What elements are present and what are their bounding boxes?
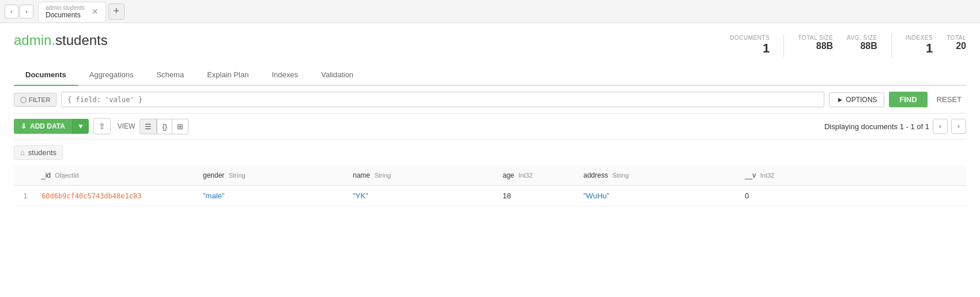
field-name-address: address [583, 171, 608, 179]
avg-size-label: AVG. SIZE [847, 35, 877, 41]
total-size-value: 88B [798, 41, 833, 51]
row-num-header [14, 169, 37, 182]
add-data-main-button[interactable]: ⇓ ADD DATA [14, 119, 72, 134]
nav-tabs: Documents Aggregations Schema Explain Pl… [14, 65, 966, 86]
nav-forward-button[interactable]: › [20, 5, 33, 18]
cell-age-1[interactable]: 18 [498, 187, 579, 205]
total-size-stat: TOTAL SIZE 88B [798, 35, 833, 51]
cell-gender-1[interactable]: "male" [198, 187, 348, 205]
display-text: Displaying documents 1 - 1 of 1 [824, 122, 929, 131]
display-info: Displaying documents 1 - 1 of 1 ‹ › [824, 119, 966, 134]
field-name-age: age [503, 171, 514, 179]
view-table-button[interactable]: ⊞ [172, 119, 189, 134]
tab-documents[interactable]: Documents [14, 65, 78, 86]
collection-tag: ⌂ students [14, 145, 63, 160]
value-gender-1: "male" [203, 191, 224, 200]
json-icon: {} [162, 122, 167, 131]
filter-label: FILTER [29, 96, 50, 103]
field-header-id: _id ObjectId [37, 169, 198, 182]
stat-divider-2 [891, 35, 892, 58]
page-prev-button[interactable]: ‹ [933, 119, 948, 134]
field-type-name: String [374, 172, 391, 179]
field-type-address: String [612, 172, 629, 179]
view-json-button[interactable]: {} [157, 119, 172, 134]
field-name-id: _id [42, 171, 51, 179]
tab-aggregations[interactable]: Aggregations [78, 65, 145, 86]
filter-input-wrapper[interactable] [61, 92, 824, 107]
avg-size-stat: AVG. SIZE 88B [847, 35, 877, 51]
toolbar: ⇓ ADD DATA ▼ ⇧ VIEW ☰ {} ⊞ Displaying do… [14, 114, 966, 140]
filter-icon: ◯ [20, 96, 27, 103]
stat-divider-1 [783, 35, 784, 58]
fields-header: _id ObjectId gender String name String a… [14, 166, 966, 186]
view-list-button[interactable]: ☰ [140, 119, 157, 134]
indexes-label: INDEXES [906, 35, 933, 41]
view-label: VIEW [118, 122, 135, 130]
tab-validation[interactable]: Validation [310, 65, 365, 86]
row-number-1: 1 [14, 187, 37, 205]
add-tab-button[interactable]: + [108, 3, 125, 20]
top-tab-bar: ‹ › admin.students Documents ✕ + [0, 0, 980, 23]
list-icon: ☰ [145, 122, 152, 131]
options-label: OPTIONS [846, 96, 877, 104]
field-type-id: ObjectId [55, 172, 78, 179]
reset-button[interactable]: RESET [932, 92, 966, 107]
field-type-v: Int32 [760, 172, 774, 179]
field-header-gender: gender String [198, 169, 348, 182]
collection-title: admin.students [14, 32, 108, 48]
add-data-download-icon: ⇓ [21, 122, 27, 130]
cell-name-1[interactable]: "YK" [348, 187, 498, 205]
documents-value: 1 [730, 41, 770, 56]
collection-header: admin.students DOCUMENTS 1 TOTAL SIZE 88… [14, 32, 966, 58]
indexes-stat: INDEXES 1 [906, 35, 933, 56]
tab-schema[interactable]: Schema [145, 65, 195, 86]
table-icon: ⊞ [177, 122, 183, 131]
main-content: admin.students DOCUMENTS 1 TOTAL SIZE 88… [0, 23, 980, 206]
view-button-group: ☰ {} ⊞ [140, 119, 189, 134]
export-button[interactable]: ⇧ [93, 118, 111, 134]
field-header-age: age Int32 [498, 169, 579, 182]
cell-address-1[interactable]: "WuHu" [579, 187, 740, 205]
collection-tag-icon: ⌂ [20, 148, 25, 157]
cell-v-1[interactable]: 0 [740, 187, 809, 205]
value-age-1: 18 [503, 191, 511, 200]
collection-name: students [55, 32, 108, 48]
documents-label: DOCUMENTS [730, 35, 770, 41]
field-name-v: __v [745, 171, 756, 179]
total-value: 20 [947, 41, 966, 51]
table-row: 1 60d6b9cf40c5743db48e1c83 "male" "YK" 1… [14, 186, 966, 206]
value-v-1: 0 [745, 191, 749, 200]
total-label: TOTAL [947, 35, 966, 41]
nav-back-button[interactable]: ‹ [5, 5, 18, 18]
filter-button[interactable]: ◯ FILTER [14, 93, 56, 107]
field-header-name: name String [348, 169, 498, 182]
options-button[interactable]: ► OPTIONS [829, 92, 884, 107]
db-name: admin [14, 32, 51, 48]
avg-size-value: 88B [847, 41, 877, 51]
field-type-age: Int32 [518, 172, 532, 179]
tab-indexes[interactable]: Indexes [260, 65, 310, 86]
document-table-wrapper: ⌂ students _id ObjectId gender String na… [14, 140, 966, 206]
total-size-label: TOTAL SIZE [798, 35, 833, 41]
total-stat: TOTAL 20 [947, 35, 966, 51]
value-id-1: 60d6b9cf40c5743db48e1c83 [42, 192, 141, 200]
options-arrow-icon: ► [836, 96, 843, 104]
nav-arrows: ‹ › [5, 5, 33, 18]
documents-stat: DOCUMENTS 1 [730, 35, 770, 56]
value-address-1: "WuHu" [583, 191, 609, 200]
add-data-dropdown-button[interactable]: ▼ [72, 119, 89, 134]
stats-bar: DOCUMENTS 1 TOTAL SIZE 88B AVG. SIZE 88B… [730, 35, 966, 58]
field-name-gender: gender [203, 171, 224, 179]
filter-input[interactable] [67, 96, 818, 104]
add-data-button-group: ⇓ ADD DATA ▼ [14, 119, 89, 134]
field-header-v: __v Int32 [740, 169, 809, 182]
tab-close-button[interactable]: ✕ [92, 7, 99, 16]
tab-explain-plan[interactable]: Explain Plan [195, 65, 260, 86]
active-tab[interactable]: admin.students Documents ✕ [38, 2, 106, 21]
page-next-button[interactable]: › [951, 119, 966, 134]
find-button[interactable]: FIND [889, 92, 927, 107]
value-name-1: "YK" [353, 191, 368, 200]
field-header-address: address String [579, 169, 740, 182]
cell-id-1[interactable]: 60d6b9cf40c5743db48e1c83 [37, 187, 198, 205]
filter-bar: ◯ FILTER ► OPTIONS FIND RESET [14, 86, 966, 114]
